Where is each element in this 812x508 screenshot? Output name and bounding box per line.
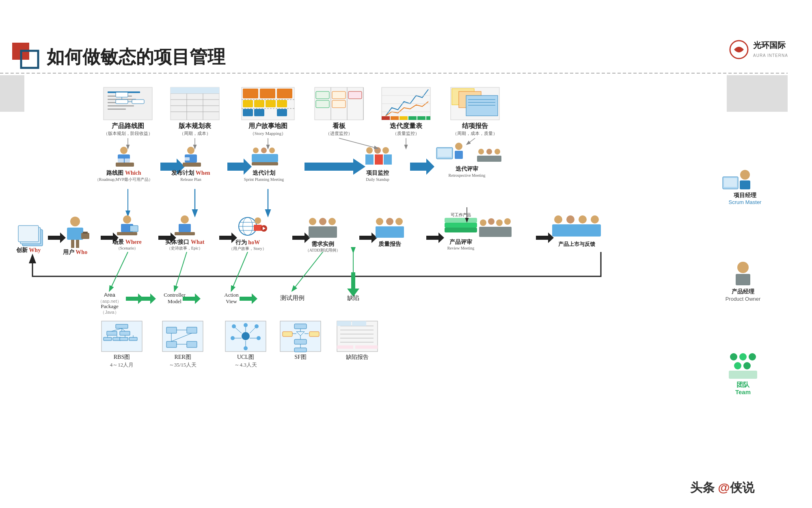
svg-rect-293 xyxy=(736,274,750,285)
svg-rect-273 xyxy=(294,348,307,352)
svg-rect-42 xyxy=(266,100,276,107)
svg-rect-240 xyxy=(187,341,197,347)
svg-point-247 xyxy=(242,332,250,340)
svg-rect-46 xyxy=(277,109,287,116)
svg-rect-94 xyxy=(185,157,190,161)
svg-text:UCL图: UCL图 xyxy=(237,354,254,360)
svg-text:可工作产品: 可工作产品 xyxy=(451,213,471,217)
svg-rect-33 xyxy=(203,87,219,93)
svg-rect-55 xyxy=(316,91,329,99)
svg-text:Scrum Master: Scrum Master xyxy=(729,199,762,205)
svg-rect-116 xyxy=(455,151,463,159)
svg-text:Product Owner: Product Owner xyxy=(726,296,761,302)
svg-text:产品经理: 产品经理 xyxy=(732,288,755,295)
svg-text:项目经理: 项目经理 xyxy=(733,192,757,198)
svg-text:产品上市与反馈: 产品上市与反馈 xyxy=(558,241,596,247)
svg-rect-102 xyxy=(252,162,278,165)
svg-rect-284 xyxy=(355,345,378,349)
svg-rect-185 xyxy=(445,228,477,232)
svg-rect-67 xyxy=(391,116,399,120)
svg-text:（Scenario）: （Scenario） xyxy=(116,246,138,250)
svg-point-174 xyxy=(328,218,336,225)
svg-point-165 xyxy=(255,217,261,224)
svg-text:（Story Mapping）: （Story Mapping） xyxy=(250,131,286,136)
svg-rect-149 xyxy=(117,232,137,235)
svg-text:用户故事地图: 用户故事地图 xyxy=(248,122,287,129)
svg-text:RER图: RER图 xyxy=(174,354,191,360)
svg-text:（Roadmap,MVP最小可用产品）: （Roadmap,MVP最小可用产品） xyxy=(95,177,153,182)
svg-text:用户 Who: 用户 Who xyxy=(63,249,87,255)
svg-rect-32 xyxy=(187,87,203,93)
svg-rect-228 xyxy=(129,337,137,341)
svg-point-99 xyxy=(261,148,267,153)
svg-point-172 xyxy=(309,218,316,225)
svg-point-199 xyxy=(579,215,587,224)
svg-rect-85 xyxy=(116,163,134,167)
svg-rect-38 xyxy=(260,89,275,98)
svg-rect-186 xyxy=(445,223,477,228)
svg-text:（用户故事，Story）: （用户故事，Story） xyxy=(229,246,266,251)
svg-text:Release Plan: Release Plan xyxy=(180,177,201,182)
svg-marker-138 xyxy=(48,232,66,243)
svg-point-179 xyxy=(376,218,383,225)
svg-rect-201 xyxy=(552,224,601,237)
svg-point-255 xyxy=(232,324,236,328)
svg-text:实体/接口 What: 实体/接口 What xyxy=(165,239,205,245)
svg-text:团队: 团队 xyxy=(736,381,750,388)
svg-rect-40 xyxy=(243,100,253,107)
svg-rect-21 xyxy=(132,100,144,104)
svg-rect-70 xyxy=(417,116,425,120)
svg-text:（史诗故事，Epic）: （史诗故事，Epic） xyxy=(167,246,203,250)
svg-text:创新 Why: 创新 Why xyxy=(16,247,41,253)
svg-text:（进度监控）: （进度监控） xyxy=(326,131,352,136)
svg-point-154 xyxy=(181,215,189,224)
svg-point-91 xyxy=(187,147,194,154)
svg-rect-77 xyxy=(466,96,498,116)
svg-point-298 xyxy=(749,353,756,360)
svg-point-121 xyxy=(495,149,500,154)
svg-rect-282 xyxy=(352,321,366,326)
svg-text:Sprint Planning Meeting: Sprint Planning Meeting xyxy=(244,177,284,182)
svg-rect-39 xyxy=(277,89,292,98)
svg-text:（Java）: （Java） xyxy=(100,310,119,315)
svg-text:Review Meeting: Review Meeting xyxy=(447,246,474,250)
svg-marker-97 xyxy=(227,158,252,175)
svg-point-257 xyxy=(231,336,235,340)
svg-rect-166 xyxy=(254,225,262,231)
svg-text:～35/15人天: ～35/15人天 xyxy=(169,362,197,368)
svg-text:4～12人月: 4～12人月 xyxy=(110,362,134,368)
svg-rect-110 xyxy=(375,154,383,165)
svg-rect-271 xyxy=(294,339,307,344)
svg-text:结项报告: 结项报告 xyxy=(462,122,488,129)
svg-rect-9 xyxy=(727,75,788,112)
svg-point-251 xyxy=(255,324,259,328)
svg-text:缺陷报告: 缺陷报告 xyxy=(346,354,369,360)
svg-text:需求实例: 需求实例 xyxy=(311,241,334,247)
svg-marker-209 xyxy=(138,293,156,304)
svg-text:Team: Team xyxy=(735,389,751,395)
svg-text:SF图: SF图 xyxy=(294,354,307,360)
svg-rect-225 xyxy=(104,337,112,341)
svg-rect-236 xyxy=(166,327,177,333)
svg-point-193 xyxy=(496,219,503,226)
svg-rect-289 xyxy=(724,178,737,187)
svg-rect-268 xyxy=(283,332,292,336)
svg-text:发布计划 When: 发布计划 When xyxy=(171,169,210,176)
svg-line-130 xyxy=(467,138,475,144)
svg-point-296 xyxy=(730,353,737,360)
svg-point-173 xyxy=(319,218,326,225)
svg-text:Area: Area xyxy=(104,292,115,298)
svg-text:RBS图: RBS图 xyxy=(114,354,130,360)
svg-text:项目监控: 项目监控 xyxy=(366,169,389,176)
svg-rect-219 xyxy=(116,324,128,328)
svg-text:测试用例: 测试用例 xyxy=(280,295,304,301)
svg-point-249 xyxy=(244,323,248,327)
svg-rect-187 xyxy=(445,218,477,223)
svg-rect-71 xyxy=(426,116,430,120)
svg-text:版本规划表: 版本规划表 xyxy=(178,122,212,129)
svg-text:缺陷: 缺陷 xyxy=(347,295,359,301)
svg-rect-66 xyxy=(382,116,390,120)
svg-rect-44 xyxy=(243,109,253,116)
svg-text:质量报告: 质量报告 xyxy=(378,241,402,247)
svg-text:～4.3人天: ～4.3人天 xyxy=(234,362,257,368)
